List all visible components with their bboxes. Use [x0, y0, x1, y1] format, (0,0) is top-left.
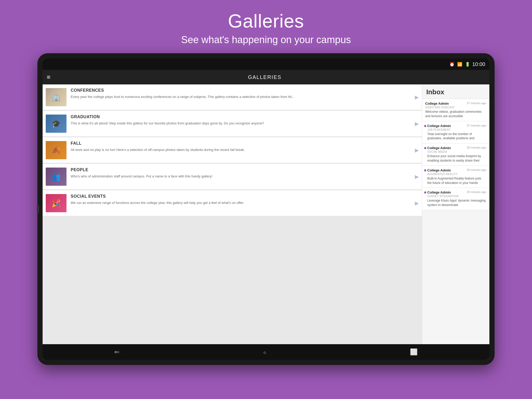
msg-preview-3: Built-in Augmented Reality feature puts …	[427, 176, 486, 185]
gallery-info-graduation: GRADUATIONThis is what it's all about! S…	[71, 115, 419, 126]
gallery-name-people: PEOPLE	[71, 168, 419, 172]
msg-time-3: 39 minutes ago	[467, 168, 486, 171]
msg-sender-4: College Admin	[427, 190, 451, 194]
gallery-info-fall: FALLAll work and no play is no fun! Here…	[71, 141, 419, 152]
home-button[interactable]: ⬦	[255, 346, 274, 358]
status-time: 10:00	[472, 61, 485, 67]
msg-top-4: College Admin39 minutes ago	[427, 190, 486, 194]
unread-dot-icon	[424, 147, 426, 149]
msg-time-0: 37 minutes ago	[467, 102, 486, 105]
gallery-name-conferences: CONFERENCES	[71, 88, 419, 93]
msg-time-4: 39 minutes ago	[467, 190, 486, 194]
status-bar: ⏰ 📶 🔋 10:00	[43, 58, 489, 70]
gallery-desc-people: Who's who of administration staff around…	[71, 174, 419, 179]
page-subtitle: See what's happening on your campus	[181, 34, 351, 45]
gallery-info-people: PEOPLEWho's who of administration staff …	[71, 168, 419, 179]
msg-category-3: AUGMENTED REALITY	[427, 173, 486, 176]
gallery-thumbnail-people: 👥	[46, 168, 66, 186]
msg-preview-1: Total oversight on the number of graduat…	[427, 132, 486, 141]
inbox-messages: College Admin37 minutes agoVIDEO AND POD…	[422, 99, 489, 344]
gallery-item-people[interactable]: 👥PEOPLEWho's who of administration staff…	[43, 164, 422, 190]
msg-category-2: SOCIAL MEDIA	[427, 150, 486, 153]
gallery-thumbnail-conferences: 🏢	[46, 88, 66, 106]
msg-category-4: SURVEY INTEGRATION	[427, 195, 486, 198]
tablet-screen: ⏰ 📶 🔋 10:00 ≡ GALLERIES 🏢CONFERENCESEver…	[43, 58, 489, 360]
battery-icon: 🔋	[465, 62, 470, 67]
unread-dot-icon	[424, 125, 426, 127]
status-icons: ⏰ 📶 🔋	[449, 62, 470, 67]
gallery-item-graduation[interactable]: 🎓GRADUATIONThis is what it's all about! …	[43, 111, 422, 137]
inbox-message-0[interactable]: College Admin37 minutes agoVIDEO AND POD…	[422, 99, 489, 121]
alarm-icon: ⏰	[449, 62, 455, 67]
page-header: Galleries See what's happening on your c…	[181, 0, 351, 53]
hamburger-menu-icon[interactable]: ≡	[47, 74, 50, 81]
gallery-info-conferences: CONFERENCESEvery year the college plays …	[71, 88, 419, 99]
msg-preview-0: Welcome videos, graduation ceremonies an…	[425, 110, 486, 118]
content-area: 🏢CONFERENCESEvery year the college plays…	[43, 84, 489, 344]
nav-bar: ⇐ ⬦ ⬜	[43, 344, 489, 360]
recents-button[interactable]: ⬜	[402, 346, 425, 358]
msg-sender-2: College Admin	[427, 146, 451, 150]
inbox-panel: Inbox College Admin37 minutes agoVIDEO A…	[422, 84, 489, 344]
gallery-desc-social-events: We run an extensive range of functions a…	[71, 200, 419, 205]
chevron-right-icon-fall: ▶	[415, 147, 419, 153]
tablet-device: ⏰ 📶 🔋 10:00 ≡ GALLERIES 🏢CONFERENCESEver…	[37, 53, 495, 365]
unread-dot-icon	[424, 191, 426, 194]
msg-time-2: 38 minutes ago	[467, 146, 486, 149]
gallery-name-social-events: SOCIAL EVENTS	[71, 194, 419, 199]
msg-top-1: College Admin37 minutes ago	[427, 124, 486, 128]
app-bar-title: GALLERIES	[56, 74, 474, 80]
msg-preview-2: Enhance your social media footprint by e…	[427, 154, 486, 163]
msg-preview-4: Leverage Klass Apps' dynamic messaging s…	[427, 198, 486, 207]
msg-top-0: College Admin37 minutes ago	[425, 102, 486, 105]
page-title: Galleries	[181, 10, 351, 32]
gallery-thumbnail-social-events: 🎉	[46, 194, 66, 212]
inbox-header: Inbox	[422, 84, 489, 99]
inbox-message-1[interactable]: College Admin37 minutes agoJOB PLACEMENT…	[422, 121, 489, 144]
gallery-item-fall[interactable]: 🍂FALLAll work and no play is no fun! Her…	[43, 137, 422, 163]
inbox-message-2[interactable]: College Admin38 minutes agoSOCIAL MEDIAE…	[422, 143, 489, 166]
gallery-thumbnail-fall: 🍂	[46, 141, 66, 159]
msg-sender-0: College Admin	[425, 102, 449, 105]
gallery-list: 🏢CONFERENCESEvery year the college plays…	[43, 84, 422, 344]
gallery-item-conferences[interactable]: 🏢CONFERENCESEvery year the college plays…	[43, 84, 422, 110]
gallery-thumbnail-graduation: 🎓	[46, 115, 66, 133]
unread-dot-icon	[424, 169, 426, 171]
gallery-desc-conferences: Every year the college plays host to num…	[71, 94, 419, 99]
inbox-message-3[interactable]: College Admin39 minutes agoAUGMENTED REA…	[422, 166, 489, 188]
chevron-right-icon-social-events: ▶	[415, 200, 419, 206]
msg-category-1: JOB PLACEMENT	[427, 128, 486, 131]
gallery-info-social-events: SOCIAL EVENTSWe run an extensive range o…	[71, 194, 419, 205]
gallery-name-fall: FALL	[71, 141, 419, 146]
gallery-desc-graduation: This is what it's all about! Step inside…	[71, 121, 419, 126]
app-bar: ≡ GALLERIES	[43, 70, 489, 84]
inbox-message-4[interactable]: College Admin39 minutes agoSURVEY INTEGR…	[422, 188, 489, 210]
gallery-item-social-events[interactable]: 🎉SOCIAL EVENTSWe run an extensive range …	[43, 190, 422, 216]
msg-top-2: College Admin38 minutes ago	[427, 146, 486, 150]
msg-top-3: College Admin39 minutes ago	[427, 168, 486, 172]
gallery-desc-fall: All work and no play is no fun! Here's a…	[71, 147, 419, 152]
gallery-name-graduation: GRADUATION	[71, 115, 419, 119]
msg-sender-3: College Admin	[427, 168, 451, 172]
chevron-right-icon-people: ▶	[415, 174, 419, 180]
msg-time-1: 37 minutes ago	[467, 124, 486, 127]
chevron-right-icon-conferences: ▶	[415, 94, 419, 100]
msg-sender-1: College Admin	[427, 124, 451, 128]
msg-category-0: VIDEO AND PODCAST	[425, 106, 486, 109]
back-button[interactable]: ⇐	[107, 346, 127, 358]
wifi-icon: 📶	[457, 62, 462, 67]
chevron-right-icon-graduation: ▶	[415, 121, 419, 127]
